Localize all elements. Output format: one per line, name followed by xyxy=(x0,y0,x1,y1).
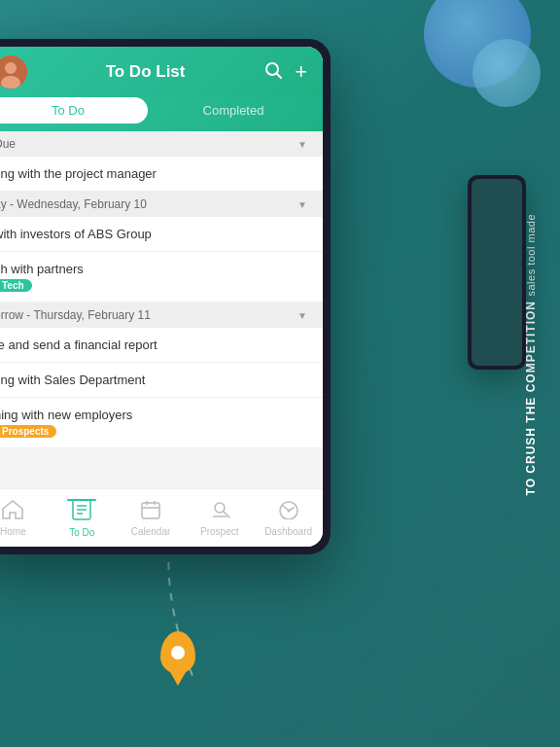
list-item[interactable]: te and send a financial report xyxy=(0,328,323,363)
decorative-circle-small xyxy=(472,39,541,107)
tag-tech: Tech xyxy=(0,279,32,292)
list-item[interactable]: ning with new employers Prospects xyxy=(0,398,323,448)
header-title: To Do List xyxy=(106,62,186,82)
nav-item-prospect[interactable]: Prospect xyxy=(185,500,254,537)
prospect-icon xyxy=(209,500,230,524)
bottom-nav: Home To Do xyxy=(0,488,323,547)
tab-completed[interactable]: Completed xyxy=(154,97,313,124)
tablet-screen: To Do List + To Do Completed xyxy=(0,47,323,547)
search-icon[interactable] xyxy=(263,60,283,85)
svg-rect-9 xyxy=(142,503,159,518)
pin-inner xyxy=(171,646,185,659)
section-arrow-icon-3: ▼ xyxy=(298,310,307,321)
nav-item-home[interactable]: Home xyxy=(0,500,48,537)
dashboard-icon xyxy=(278,500,299,524)
nav-label-todo: To Do xyxy=(69,527,94,538)
section-arrow-icon: ▼ xyxy=(298,139,307,150)
calendar-icon xyxy=(141,500,160,524)
list-item[interactable]: with investors of ABS Group xyxy=(0,217,323,252)
nav-calendar-inner: Calendar xyxy=(131,500,171,537)
app-header: To Do List + xyxy=(0,47,323,97)
nav-dashboard-inner: Dashboard xyxy=(264,500,312,537)
nav-label-prospect: Prospect xyxy=(200,526,238,537)
list-item[interactable]: ch with partners Tech xyxy=(0,252,323,302)
tag-prospects: Prospects xyxy=(0,425,56,438)
home-icon xyxy=(2,500,23,524)
svg-point-17 xyxy=(287,509,290,512)
side-text-bold: TO CRUSH THE COMPETITION xyxy=(524,301,538,495)
nav-todo-inner: To Do xyxy=(69,499,94,538)
nav-home-inner: Home xyxy=(0,500,26,537)
side-text-normal: sales tool made xyxy=(525,214,537,297)
list-content: Due ▼ ting with the project manager ay -… xyxy=(0,131,323,488)
todo-icon xyxy=(72,499,91,525)
tabs-bar: To Do Completed xyxy=(0,97,323,131)
add-icon[interactable]: + xyxy=(295,59,307,85)
tablet-right-screen xyxy=(472,179,522,366)
tablet-right-partial xyxy=(468,175,526,370)
location-pin xyxy=(160,631,195,674)
svg-line-4 xyxy=(277,73,282,78)
header-icons: + xyxy=(263,59,307,85)
nav-label-calendar: Calendar xyxy=(131,526,171,537)
section-subheader-wed[interactable]: ay - Wednesday, February 10 ▼ xyxy=(0,192,323,217)
list-item[interactable]: ting with Sales Department xyxy=(0,363,323,398)
nav-label-home: Home xyxy=(0,526,26,537)
nav-item-calendar[interactable]: Calendar xyxy=(117,500,186,537)
avatar[interactable] xyxy=(0,55,27,89)
nav-item-dashboard[interactable]: Dashboard xyxy=(254,500,323,537)
section-subheader-thu[interactable]: orrow - Thursday, February 11 ▼ xyxy=(0,302,323,328)
nav-prospect-inner: Prospect xyxy=(200,500,238,537)
section-header-due[interactable]: Due ▼ xyxy=(0,131,323,157)
nav-label-dashboard: Dashboard xyxy=(264,526,312,537)
pin-body xyxy=(160,631,195,674)
tab-todo[interactable]: To Do xyxy=(0,97,148,124)
list-item[interactable]: ting with the project manager xyxy=(0,157,323,192)
section-arrow-icon-2: ▼ xyxy=(298,199,307,210)
svg-point-1 xyxy=(5,62,17,74)
tablet-device: To Do List + To Do Completed xyxy=(0,39,331,554)
nav-item-todo[interactable]: To Do xyxy=(48,499,117,538)
active-line xyxy=(67,499,96,501)
